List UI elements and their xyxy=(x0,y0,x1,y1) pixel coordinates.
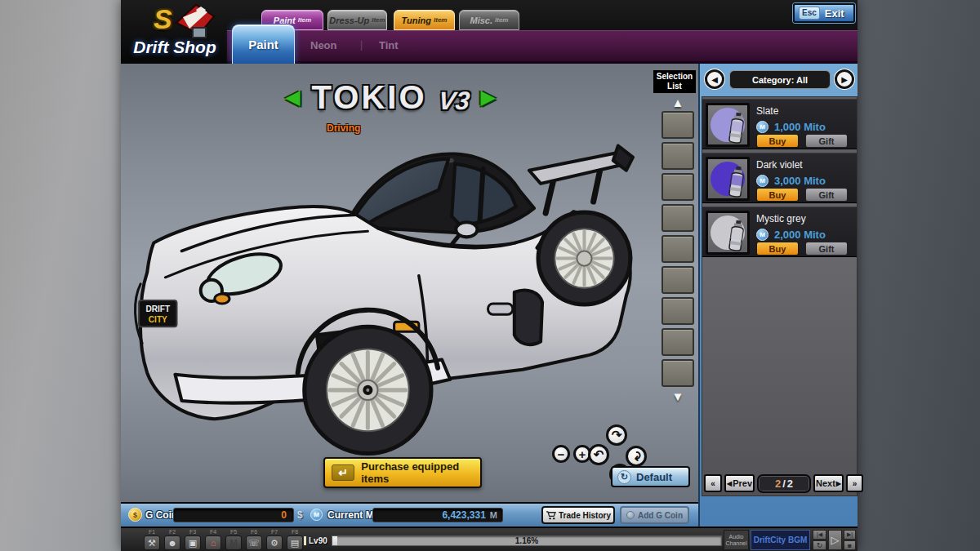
selection-slot-8[interactable] xyxy=(662,328,694,356)
gcoin-value-field[interactable]: 0 xyxy=(173,508,294,522)
mito-currency: M xyxy=(490,510,497,520)
selection-list-scroll-down[interactable]: ▼ xyxy=(660,390,696,402)
tab-misc-item[interactable]: Misc. Item xyxy=(459,10,519,30)
bgm-play-button[interactable]: ▷ xyxy=(828,530,842,550)
rotate-up-icon: ↷ xyxy=(612,428,622,442)
default-button[interactable]: ↻ Default xyxy=(611,466,690,487)
f2-character-icon[interactable]: ☻ xyxy=(164,535,180,550)
add-gcoin-label: Add G Coin xyxy=(638,511,683,520)
prev-vehicle-arrow[interactable]: ◀ xyxy=(285,87,300,107)
svg-text:CITY: CITY xyxy=(149,315,167,324)
bgm-next-button[interactable]: ▶| xyxy=(844,530,856,540)
spray-can-icon xyxy=(724,219,748,254)
category-next-button[interactable]: ▶ xyxy=(835,69,854,89)
purchase-label: Purchase equipped items xyxy=(361,460,474,485)
selection-slot-2[interactable] xyxy=(662,142,694,170)
item-name: Dark violet xyxy=(756,159,803,171)
tab-tuning-item[interactable]: Tuning Item xyxy=(394,10,455,30)
gift-button[interactable]: Gift xyxy=(805,134,848,148)
return-arrow-icon: ↵ xyxy=(332,464,354,481)
f1-tools-icon[interactable]: ⚒ xyxy=(144,535,160,550)
plus-icon: + xyxy=(579,447,586,461)
f3-inventory-icon[interactable]: ▣ xyxy=(185,535,201,550)
tab-dressup-item[interactable]: Dress-Up Item xyxy=(327,10,387,30)
trade-history-label: Trade History xyxy=(559,511,611,520)
f3-label: F3 xyxy=(189,529,196,535)
spray-can-icon xyxy=(724,111,748,146)
buy-button[interactable]: Buy xyxy=(756,134,799,148)
selection-slot-5[interactable] xyxy=(662,235,694,263)
car-rear-wing xyxy=(529,145,633,213)
car-mirror xyxy=(456,222,477,237)
f4-shop-icon[interactable]: ⌂ xyxy=(205,535,221,550)
first-page-button[interactable]: « xyxy=(704,474,722,492)
rotate-up-button[interactable]: ↷ xyxy=(606,424,627,446)
selection-slot-4[interactable] xyxy=(662,204,694,232)
level-tick xyxy=(304,536,306,545)
page-indicator: 2 / 2 xyxy=(757,474,811,493)
f7-label: F7 xyxy=(271,529,278,535)
category-prev-button[interactable]: ◀ xyxy=(705,69,724,89)
next-page-button[interactable]: Next ▶ xyxy=(813,474,844,492)
subtab-paint-label: Paint xyxy=(248,38,278,51)
gift-button[interactable]: Gift xyxy=(805,242,848,256)
buy-button[interactable]: Buy xyxy=(756,188,799,202)
selection-list-title: Selection List xyxy=(653,70,696,93)
bgm-loop-button[interactable]: ↻ xyxy=(813,540,826,550)
rotate-right-button[interactable]: ↷ xyxy=(626,446,647,467)
car-license-plate: DRIFT CITY xyxy=(139,300,176,327)
logo-monogram-icon: S xyxy=(154,3,172,35)
shop-item-mystic-grey[interactable]: Mystic grey M 2,000 Mito Buy Gift xyxy=(702,207,857,257)
shop-item-slate[interactable]: Slate M 1,000 Mito Buy Gift xyxy=(702,99,857,149)
exit-button[interactable]: Esc Exit xyxy=(793,3,855,23)
tab-misc-item-label: Misc. xyxy=(470,16,493,25)
f5-map-icon[interactable]: M xyxy=(225,535,242,550)
tab-dressup-item-suffix: Item xyxy=(372,16,385,24)
selection-slot-9[interactable] xyxy=(662,359,694,387)
zoom-out-button[interactable]: − xyxy=(552,445,570,463)
f7-settings-icon[interactable]: ⚙ xyxy=(266,535,283,550)
subtab-tint[interactable]: Tint xyxy=(379,39,399,51)
f8-notes-icon[interactable]: ▤ xyxy=(287,535,303,550)
gift-button[interactable]: Gift xyxy=(805,188,848,202)
selection-list-scroll-up[interactable]: ▲ xyxy=(660,96,696,109)
subtab-divider: | xyxy=(360,39,363,51)
tab-tuning-item-suffix: Item xyxy=(434,16,447,24)
prev-page-button[interactable]: ◀ Prev xyxy=(724,474,755,492)
bgm-title-display: DriftCity BGM xyxy=(751,530,810,550)
f5-label: F5 xyxy=(230,529,237,535)
mito-value-field[interactable]: 6,423,331 M xyxy=(372,508,503,522)
gcoin-icon: $ xyxy=(128,508,142,522)
prev-arrow-icon: ◀ xyxy=(727,480,732,487)
subtab-neon[interactable]: Neon xyxy=(310,39,337,51)
bgm-prev-button[interactable]: |◀ xyxy=(813,530,826,540)
game-taskbar: F1 F2 F3 F4 F5 F6 F7 F8 ⚒ ☻ ▣ ⌂ M ☏ ⚙ ▤ … xyxy=(121,527,858,551)
next-vehicle-arrow[interactable]: ▶ xyxy=(480,87,495,107)
subtab-paint[interactable]: Paint xyxy=(232,24,295,64)
trade-history-button[interactable]: Trade History xyxy=(541,506,615,524)
next-arrow-icon: ▶ xyxy=(836,480,841,487)
last-page-button[interactable]: » xyxy=(846,474,863,492)
f6-phone-icon[interactable]: ☏ xyxy=(246,535,262,550)
rotate-left-icon: ↶ xyxy=(594,447,604,462)
selection-slot-7[interactable] xyxy=(662,297,694,325)
cart-icon xyxy=(546,510,556,520)
selection-slot-1[interactable] xyxy=(662,111,694,139)
coin-icon xyxy=(626,511,635,519)
paint-swatch-icon xyxy=(706,103,750,147)
drift-shop-window: S Drift Shop Paint Item Dress-Up Item Tu… xyxy=(121,0,858,551)
bgm-stop-button[interactable]: ■ xyxy=(844,540,856,550)
purchase-equipped-button[interactable]: ↵ Purchase equipped items xyxy=(323,457,482,488)
selection-slot-6[interactable] xyxy=(662,266,694,294)
add-gcoin-button[interactable]: Add G Coin xyxy=(620,506,689,524)
f8-label: F8 xyxy=(292,529,298,535)
buy-button[interactable]: Buy xyxy=(756,242,799,256)
mito-value: 6,423,331 xyxy=(442,509,485,521)
rotate-left-button[interactable]: ↶ xyxy=(588,444,609,465)
minus-icon: − xyxy=(558,447,565,461)
shop-item-dark-violet[interactable]: Dark violet M 3,000 Mito Buy Gift xyxy=(702,153,857,203)
selection-slot-3[interactable] xyxy=(662,173,694,201)
logo-title: Drift Shop xyxy=(122,38,227,57)
vehicle-name: TOKIO xyxy=(312,79,427,116)
car-door-handle xyxy=(488,304,513,314)
